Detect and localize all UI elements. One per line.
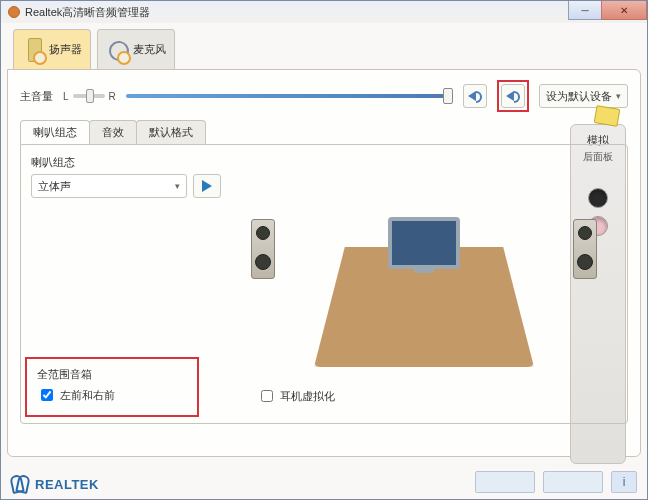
app-icon	[7, 5, 21, 19]
app-window: Realtek高清晰音频管理器 ─ ✕ 扬声器 麦克风 主音量 L R	[0, 0, 648, 500]
audio-settings-button[interactable]	[501, 84, 525, 108]
headphone-virtualization-checkbox[interactable]	[261, 390, 273, 402]
tab-microphone[interactable]: 麦克风	[97, 29, 175, 69]
full-range-title: 全范围音箱	[37, 367, 187, 382]
monitor-graphic	[388, 217, 460, 269]
dropdown-value: 立体声	[38, 179, 71, 194]
volume-slider[interactable]	[126, 94, 453, 98]
balance-control[interactable]: L R	[63, 91, 116, 102]
speaker-scene	[231, 155, 617, 413]
subtab-speaker-config[interactable]: 喇叭组态	[20, 120, 90, 144]
tab-label: 麦克风	[133, 42, 166, 57]
volume-icon	[506, 89, 520, 103]
tab-speakers[interactable]: 扬声器	[13, 29, 91, 69]
config-label: 喇叭组态	[31, 155, 221, 170]
footer-right: i	[475, 471, 637, 493]
balance-left-label: L	[63, 91, 69, 102]
full-range-checkbox[interactable]	[41, 389, 53, 401]
microphone-icon	[107, 37, 129, 63]
window-title: Realtek高清晰音频管理器	[25, 5, 150, 20]
speaker-config-panel: 喇叭组态 立体声 全范围音箱	[20, 144, 628, 424]
subtabs: 喇叭组态 音效 默认格式	[20, 120, 628, 144]
right-speaker-graphic[interactable]	[573, 219, 597, 279]
realtek-logo-icon	[11, 475, 29, 493]
headphone-virtualization-label: 耳机虚拟化	[280, 389, 335, 404]
balance-right-label: R	[109, 91, 116, 102]
set-default-device-dropdown[interactable]: 设为默认设备	[539, 84, 628, 108]
subtab-sound-effect[interactable]: 音效	[89, 120, 137, 144]
full-range-checkbox-label: 左前和右前	[60, 388, 115, 403]
balance-slider[interactable]	[73, 94, 105, 98]
info-button[interactable]: i	[611, 471, 637, 493]
device-tabs: 扬声器 麦克风	[7, 29, 641, 69]
titlebar: Realtek高清晰音频管理器 ─ ✕	[1, 1, 647, 23]
tab-label: 扬声器	[49, 42, 82, 57]
master-volume-row: 主音量 L R 设为默认设备	[20, 80, 628, 112]
test-play-button[interactable]	[193, 174, 221, 198]
highlight-box	[497, 80, 529, 112]
full-range-box: 全范围音箱 左前和右前	[25, 357, 199, 417]
speaker-config-dropdown[interactable]: 立体声	[31, 174, 187, 198]
master-volume-label: 主音量	[20, 89, 53, 104]
left-speaker-graphic[interactable]	[251, 219, 275, 279]
full-range-checkbox-row[interactable]: 左前和右前	[37, 386, 187, 404]
speaker-icon	[23, 37, 45, 63]
footer-button-1[interactable]	[475, 471, 535, 493]
main-panel: 主音量 L R 设为默认设备	[7, 69, 641, 457]
headphone-virtualization-row[interactable]: 耳机虚拟化	[257, 387, 335, 405]
default-device-label: 设为默认设备	[546, 89, 612, 104]
footer-button-2[interactable]	[543, 471, 603, 493]
subtab-default-format[interactable]: 默认格式	[136, 120, 206, 144]
volume-icon	[468, 89, 482, 103]
minimize-button[interactable]: ─	[568, 1, 602, 20]
realtek-brand-text: REALTEK	[35, 477, 99, 492]
mute-button[interactable]	[463, 84, 487, 108]
folder-icon[interactable]	[594, 105, 621, 127]
close-button[interactable]: ✕	[601, 1, 647, 20]
footer-brand: REALTEK	[11, 475, 99, 493]
